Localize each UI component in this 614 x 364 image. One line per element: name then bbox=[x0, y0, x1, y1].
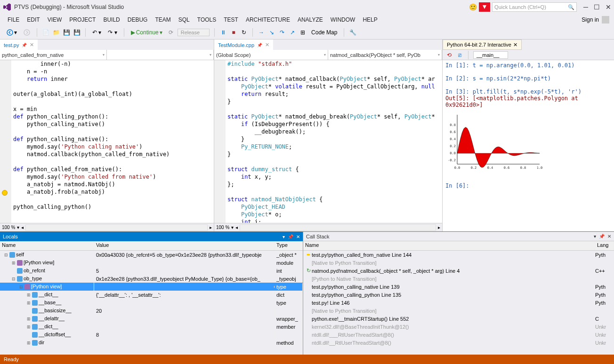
col-lang[interactable]: Lang bbox=[595, 241, 614, 250]
scroll-right[interactable]: ▸ bbox=[210, 225, 212, 230]
menu-file[interactable]: FILE bbox=[5, 16, 22, 24]
menu-view[interactable]: VIEW bbox=[45, 16, 65, 24]
stop-icon[interactable]: ■ bbox=[230, 29, 237, 36]
codemap-button[interactable]: Code Map bbox=[309, 28, 339, 37]
callstack-row[interactable]: [Native to Python Transition] bbox=[303, 259, 614, 267]
locals-row[interactable]: ⊟ob_type0x1e23ee28 {python33.dll!_typeob… bbox=[0, 275, 303, 283]
editor-left[interactable]: inner(-n) n = -n return inner outer(a_gl… bbox=[0, 60, 214, 223]
repl-clear-icon[interactable]: ⎚ bbox=[456, 51, 463, 59]
locals-row[interactable]: ⊞__base__type bbox=[0, 299, 303, 307]
callstack-header[interactable]: Call Stack▾📌✕ bbox=[303, 232, 614, 241]
open-icon[interactable]: 📁 bbox=[52, 29, 60, 36]
callstack-row[interactable]: ↻natmod.pyd!natmod_callback(_object * se… bbox=[303, 267, 614, 275]
sign-in-link[interactable]: Sign in bbox=[582, 16, 599, 23]
zoom-level[interactable]: 100 % bbox=[2, 225, 15, 230]
module-dropdown[interactable]: __main__ bbox=[473, 51, 508, 59]
undo-button[interactable]: ↶ ▾ bbox=[90, 28, 103, 37]
col-value[interactable]: Value bbox=[94, 241, 275, 250]
col-name[interactable]: Name bbox=[0, 241, 94, 250]
close-icon[interactable]: ✕ bbox=[296, 234, 300, 239]
hierarchy-icon[interactable]: ⊞ bbox=[299, 29, 307, 36]
nav-fwd-button[interactable] bbox=[22, 28, 32, 37]
minimize-button[interactable]: ─ bbox=[583, 3, 588, 11]
config-dropdown[interactable]: Release bbox=[178, 29, 210, 36]
scroll-left[interactable]: ◂ bbox=[21, 225, 24, 230]
menu-team[interactable]: TEAM bbox=[152, 16, 173, 24]
menu-tools[interactable]: TOOLS bbox=[194, 16, 219, 24]
locals-row[interactable]: __dictoffset__8 bbox=[0, 331, 303, 339]
menu-test[interactable]: TEST bbox=[221, 16, 241, 24]
pin-icon[interactable]: 📌 bbox=[288, 234, 293, 239]
dropdown-icon[interactable]: ▾ bbox=[594, 234, 596, 239]
dropdown-icon[interactable]: ▾ bbox=[283, 234, 285, 239]
feedback-icon[interactable]: 🙂 bbox=[469, 3, 477, 11]
redo-button[interactable]: ↷ ▾ bbox=[106, 28, 119, 37]
tab-interactive[interactable]: Python 64-bit 2.7 Interactive✕ bbox=[443, 40, 522, 50]
tab-close-icon[interactable]: ✕ bbox=[265, 42, 269, 48]
locals-row[interactable]: __basicsize__20 bbox=[0, 307, 303, 315]
new-project-icon[interactable]: 📄 bbox=[42, 29, 49, 36]
step-next-icon[interactable]: → bbox=[258, 29, 265, 36]
locals-row[interactable]: ⊞__dict__{'__delattr__': , '__setattr__'… bbox=[0, 291, 303, 299]
save-all-icon[interactable]: 💾 bbox=[73, 29, 81, 36]
restart-icon[interactable]: ↻ bbox=[240, 29, 248, 36]
menu-analyze[interactable]: ANALYZE bbox=[295, 16, 326, 24]
pin-icon[interactable]: 📌 bbox=[22, 43, 27, 47]
locals-header[interactable]: Locals▾📌✕ bbox=[0, 232, 303, 241]
wrench-icon[interactable]: 🔧 bbox=[349, 29, 356, 36]
quick-launch-input[interactable]: Quick Launch (Ctrl+Q)🔍 bbox=[492, 2, 577, 12]
menu-window[interactable]: WINDOW bbox=[328, 16, 358, 24]
callstack-row[interactable]: ➨test.py!python_called_from_native Line … bbox=[303, 251, 614, 259]
h-scrollbar[interactable] bbox=[240, 224, 436, 231]
scroll-right[interactable]: ▸ bbox=[438, 225, 440, 230]
locals-row[interactable]: ⊟self0x00a43030 {ob_refcnt=5 ob_type=0x1… bbox=[0, 251, 303, 259]
h-scrollbar[interactable] bbox=[25, 224, 208, 231]
continue-button[interactable]: ▶ Continue ▾ bbox=[129, 28, 164, 37]
user-icon[interactable] bbox=[602, 16, 609, 24]
menu-edit[interactable]: EDIT bbox=[24, 16, 42, 24]
repl-output[interactable]: In [1]: t = np.arange(0.0, 1.01, 0.01) I… bbox=[443, 60, 614, 231]
member-dropdown-2[interactable] bbox=[107, 50, 214, 60]
tab-close-icon[interactable]: ✕ bbox=[30, 42, 34, 48]
locals-row[interactable]: ⊞__delattr__wrapper_ bbox=[0, 315, 303, 323]
menu-help[interactable]: HELP bbox=[360, 16, 380, 24]
locals-row[interactable]: ⊟[Python view]type bbox=[0, 283, 303, 291]
member-dropdown[interactable]: python_called_from_native bbox=[0, 50, 107, 60]
save-icon[interactable]: 💾 bbox=[63, 29, 70, 36]
tab-testmodule-cpp[interactable]: TestModule.cpp📌✕ bbox=[214, 40, 273, 50]
menu-architecture[interactable]: ARCHITECTURE bbox=[243, 16, 293, 24]
step-into-icon[interactable]: ↘ bbox=[268, 29, 275, 36]
tab-close-icon[interactable]: ✕ bbox=[513, 42, 517, 48]
col-name[interactable]: Name bbox=[303, 241, 595, 250]
scroll-left[interactable]: ◂ bbox=[235, 225, 238, 230]
close-icon[interactable]: ✕ bbox=[607, 234, 611, 239]
callstack-row[interactable]: python.exe!__tmainCRTStartup() Line 552C bbox=[303, 315, 614, 323]
locals-row[interactable]: ⊞__dict__member bbox=[0, 323, 303, 331]
scope-dropdown[interactable]: (Global Scope) bbox=[214, 50, 328, 60]
notifications-icon[interactable] bbox=[479, 2, 490, 12]
callstack-row[interactable]: test.py!python_calling_native Line 139Py… bbox=[303, 283, 614, 291]
refresh-icon[interactable]: ⟳ bbox=[167, 29, 175, 36]
pause-icon[interactable]: ⏸ bbox=[219, 29, 227, 36]
close-button[interactable]: ✕ bbox=[606, 3, 611, 11]
tab-test-py[interactable]: test.py📌✕ bbox=[0, 40, 38, 50]
pin-icon[interactable]: 📌 bbox=[257, 43, 262, 47]
menu-build[interactable]: BUILD bbox=[100, 16, 122, 24]
pin-icon[interactable]: 📌 bbox=[599, 234, 605, 239]
locals-row[interactable]: ⊞[Python view]module bbox=[0, 259, 303, 267]
nav-back-button[interactable]: ▾ bbox=[5, 28, 19, 37]
col-type[interactable]: Type bbox=[275, 241, 303, 250]
callstack-row[interactable]: kernel32.dll!@BaseThreadInitThunk@12()Un… bbox=[303, 323, 614, 331]
callstack-row[interactable]: [Native to Python Transition] bbox=[303, 307, 614, 315]
step-over-icon[interactable]: ↷ bbox=[278, 29, 286, 36]
locals-row[interactable]: ob_refcnt5int bbox=[0, 267, 303, 275]
menu-debug[interactable]: DEBUG bbox=[125, 16, 151, 24]
callstack-row[interactable]: test.py! Line 146Pyth bbox=[303, 299, 614, 307]
editor-mid[interactable]: #include "stdafx.h" static PyObject* nat… bbox=[214, 60, 442, 223]
step-out-icon[interactable]: ↗ bbox=[289, 29, 296, 36]
callstack-row[interactable]: ntdll.dll!___RtlUserThreadStart@8()Unkr bbox=[303, 331, 614, 339]
maximize-button[interactable]: ☐ bbox=[594, 3, 600, 11]
menu-project[interactable]: PROJECT bbox=[66, 16, 98, 24]
repl-reset-icon[interactable]: ⟲ bbox=[445, 51, 453, 59]
menu-sql[interactable]: SQL bbox=[176, 16, 193, 24]
